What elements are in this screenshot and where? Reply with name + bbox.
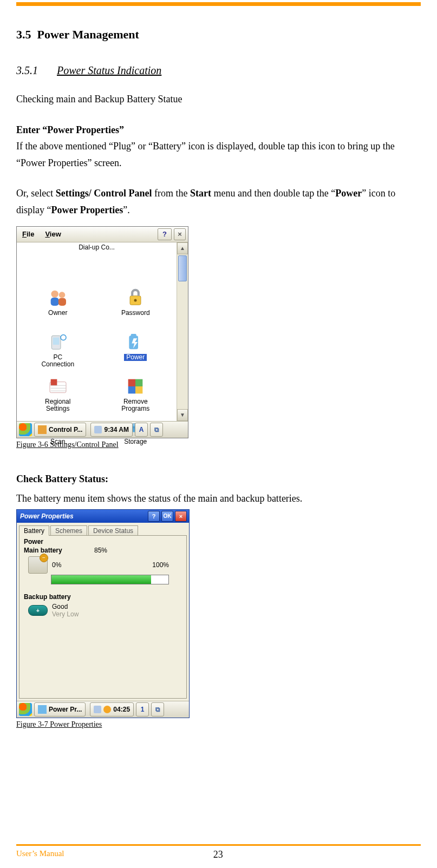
row-backup-battery: Backup battery (19, 592, 186, 602)
taskbar-task-powerproperties[interactable]: Power Pr... (34, 702, 86, 716)
item-label: Password (121, 310, 150, 317)
task-folder-icon (38, 425, 47, 434)
menubar: File View ? × (17, 227, 188, 242)
ime-indicator[interactable]: 1 (136, 702, 149, 716)
item-label: RemovePrograms (121, 398, 149, 412)
section-heading: 3.5 Power Management (16, 28, 421, 42)
scrollbar[interactable]: ▲ ▼ (177, 242, 188, 421)
subsection-heading: 3.5.1 Power Status Indication (16, 64, 421, 77)
taskbar-task-controlpanel[interactable]: Control P... (34, 423, 86, 437)
item-label: Storage (124, 438, 147, 445)
page-footer: User’s Manual 23 (16, 844, 421, 860)
menu-file[interactable]: File (17, 227, 40, 242)
taskbar-clock-segment[interactable]: 04:25 (90, 702, 134, 716)
svg-rect-15 (128, 386, 135, 393)
taskbar: Control P... 9:34 AM A ⧉ (17, 421, 188, 438)
battery-icon (28, 556, 48, 574)
or-b4: Power Properties (51, 205, 123, 215)
titlebar-close-button[interactable]: × (175, 511, 187, 522)
item-power[interactable]: Power (97, 331, 175, 376)
scale-low: 0% (52, 561, 61, 569)
enter-body: If the above mentioned “Plug” or “Batter… (16, 141, 395, 168)
help-button[interactable]: ? (158, 228, 172, 240)
desktop-tray-icon[interactable]: ⧉ (151, 702, 164, 716)
titlebar: Power Properties ? OK × (17, 510, 189, 523)
ime-indicator[interactable]: A (135, 423, 148, 437)
svg-rect-7 (53, 337, 60, 344)
taskbar: Power Pr... 04:25 1 ⧉ (17, 701, 189, 718)
item-password[interactable]: Password (97, 287, 175, 331)
signal-icon (103, 706, 111, 713)
or-b1: Settings/ Control Panel (56, 188, 152, 199)
subsection-title: Power Status Indication (57, 64, 161, 76)
password-icon (125, 287, 146, 308)
task-label: Control P... (49, 426, 82, 433)
subsection-number: 3.5.1 (16, 64, 54, 77)
group-power-label: Power (19, 536, 186, 545)
network-icon (94, 426, 102, 433)
section-number: 3.5 (16, 28, 31, 41)
svg-point-8 (61, 334, 66, 340)
item-regional-settings[interactable]: RegionalSettings (19, 376, 97, 420)
menu-file-mnemonic: F (22, 230, 27, 238)
power-icon (125, 331, 146, 353)
svg-point-2 (58, 292, 65, 298)
desktop-tray-icon[interactable]: ⧉ (150, 423, 163, 437)
taskbar-clock-segment[interactable]: 9:34 AM (90, 423, 133, 437)
figure1-caption: Figure 3-6 Settings/Control Panel (16, 440, 421, 449)
svg-rect-3 (58, 298, 66, 305)
svg-rect-10 (131, 334, 136, 337)
titlebar-ok-button[interactable]: OK (161, 511, 173, 522)
svg-rect-1 (50, 298, 58, 306)
tab-schemes[interactable]: Schemes (50, 525, 87, 536)
owner-icon (47, 287, 69, 308)
svg-point-5 (134, 299, 137, 301)
menu-view-mnemonic: V (45, 230, 49, 238)
item-label: Owner (48, 310, 67, 317)
main-battery-percent: 85% (94, 547, 107, 554)
task-label: Power Pr... (49, 706, 82, 713)
tab-battery[interactable]: Battery (19, 525, 49, 536)
titlebar-help-button[interactable]: ? (148, 511, 160, 522)
or-paragraph: Or, select Settings/ Control Panel from … (16, 185, 421, 218)
scroll-track[interactable] (177, 282, 188, 409)
item-owner[interactable]: Owner (19, 287, 97, 331)
scroll-up-button[interactable]: ▲ (177, 242, 188, 254)
or-mid1: from the (152, 188, 190, 199)
item-label: Power (124, 354, 147, 361)
close-icon: × (178, 230, 182, 238)
start-button-icon[interactable] (19, 703, 32, 716)
control-panel-grid: Dial-up Co... Owner Password PCConnectio… (17, 242, 177, 421)
main-battery-label: Main battery (24, 547, 94, 554)
tab-device-status[interactable]: Device Status (88, 525, 138, 536)
svg-rect-13 (128, 379, 135, 386)
clock-text: 9:34 AM (104, 426, 129, 433)
menu-view-rest: iew (50, 230, 61, 238)
item-label: RegionalSettings (45, 398, 70, 412)
svg-rect-16 (135, 386, 142, 393)
main-battery-progressbar (51, 575, 169, 584)
footer-left: User’s Manual (16, 849, 64, 860)
backup-status-low: Very Low (52, 610, 79, 618)
close-button[interactable]: × (174, 228, 186, 240)
enter-heading: Enter “Power Properties” (16, 124, 124, 135)
svg-rect-12 (50, 379, 57, 385)
clock-text: 04:25 (113, 706, 130, 713)
scroll-thumb[interactable] (178, 255, 187, 281)
scroll-down-button[interactable]: ▼ (177, 409, 188, 421)
figure2-caption: Figure 3-7 Power Properties (16, 720, 421, 729)
svg-rect-14 (135, 379, 142, 386)
regional-settings-icon (47, 376, 69, 397)
network-icon (94, 706, 101, 713)
top-double-rule (16, 2, 421, 6)
or-pre: Or, select (16, 188, 56, 199)
menu-view[interactable]: View (40, 227, 66, 242)
tab-panel: Power Main battery 85% 0% 100% (19, 535, 187, 699)
item-pc-connection[interactable]: PCConnection (19, 331, 97, 376)
or-b3: Power (335, 188, 362, 199)
item-remove-programs[interactable]: RemovePrograms (97, 376, 175, 420)
control-panel-window: File View ? × Dial-up Co... (16, 226, 188, 438)
row-dialup-truncated: Dial-up Co... (19, 242, 174, 252)
start-button-icon[interactable] (19, 423, 32, 436)
backup-status-good: Good (52, 603, 79, 610)
